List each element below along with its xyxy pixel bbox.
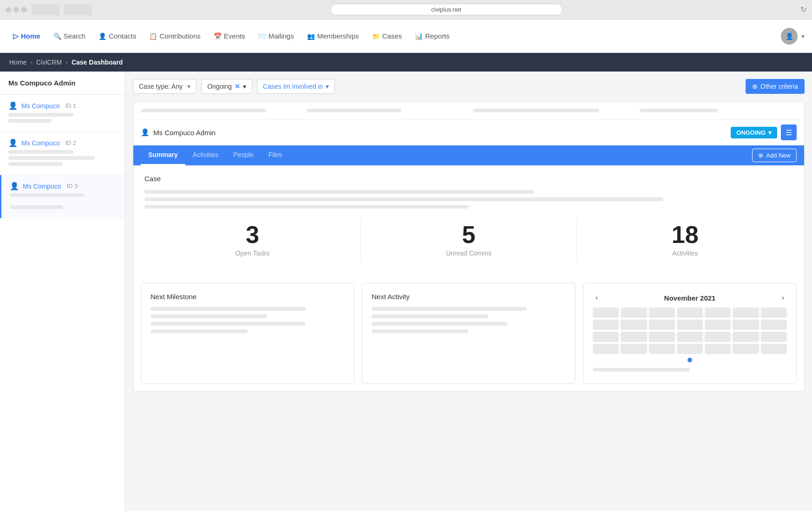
case-title: Case [144, 175, 793, 183]
sidebar-item-1-header: 👤 Ms Compuco ID 1 [8, 101, 117, 110]
sidebar-item-3[interactable]: 👤 Ms Compuco ID 3 [0, 175, 125, 218]
nav-search-label: Search [64, 32, 86, 40]
add-new-label: Add New [766, 152, 791, 159]
sidebar-item-3-id: ID 3 [66, 183, 78, 190]
person-icon-2: 👤 [8, 138, 18, 147]
case-card-header: 👤 Ms Compuco Admin ONGOING ▾ ☰ [133, 120, 804, 145]
skeleton-3b [10, 205, 63, 209]
home-icon: ▷ [13, 32, 19, 40]
browser-reload-button[interactable]: ↻ [800, 5, 806, 14]
case-menu-button[interactable]: ☰ [781, 124, 797, 140]
browser-back[interactable] [32, 4, 59, 15]
mailings-icon: ✉️ [258, 33, 266, 40]
cases-involved-label: Cases Im involved in [263, 83, 323, 90]
contacts-icon: 👤 [98, 33, 106, 40]
case-type-filter[interactable]: Case type: Any ▾ [133, 79, 196, 94]
status-badge[interactable]: ONGOING ▾ [731, 127, 777, 138]
calendar-prev-button[interactable]: ‹ [593, 293, 601, 303]
status-label: ONGOING [736, 129, 766, 136]
sidebar-header: Ms Compuco Admin [0, 72, 125, 95]
breadcrumb-case-dashboard: Case Dashboard [72, 59, 123, 66]
ongoing-filter[interactable]: Ongoing ✕ ▾ [201, 79, 252, 94]
case-owner-icon: 👤 [141, 128, 150, 137]
user-menu-arrow[interactable]: ▾ [801, 33, 805, 40]
filter-bar: Case type: Any ▾ Ongoing ✕ ▾ Cases Im in… [133, 79, 805, 94]
case-card-skeleton-top [133, 102, 804, 120]
add-new-button[interactable]: ⊕ Add New [752, 149, 797, 162]
tab-activities[interactable]: Activities [185, 145, 226, 165]
other-criteria-label: Other criteria [760, 83, 798, 90]
case-type-arrow: ▾ [187, 83, 190, 90]
person-icon-1: 👤 [8, 101, 18, 110]
stat-activities: 18 Activities [577, 218, 793, 262]
other-criteria-button[interactable]: ⊕ Other criteria [746, 79, 805, 94]
nav-events-label: Events [224, 32, 245, 40]
browser-dot-3 [21, 7, 27, 13]
ongoing-label: Ongoing [207, 83, 232, 90]
case-header-actions: ONGOING ▾ ☰ [731, 124, 797, 140]
sidebar-item-1-id: ID 1 [65, 102, 76, 109]
skeleton-2c [8, 162, 63, 166]
nav-memberships[interactable]: 👥 Memberships [301, 28, 365, 44]
sidebar: Ms Compuco Admin 👤 Ms Compuco ID 1 👤 Ms … [0, 72, 125, 511]
skeleton-1b [8, 119, 52, 123]
breadcrumb-sep-1: › [30, 59, 33, 66]
skeleton-2b [8, 156, 95, 160]
nav-contributions[interactable]: 📋 Contributions [144, 28, 206, 44]
skeleton-3a [10, 193, 85, 197]
user-avatar[interactable]: 👤 [781, 28, 798, 45]
nav-events[interactable]: 📅 Events [208, 28, 251, 44]
calendar-dot [688, 358, 692, 362]
sidebar-item-2-name: Ms Compuco [21, 139, 59, 147]
search-icon: 🔍 [53, 33, 61, 40]
stat-unread-comms: 5 Unread Comms [361, 218, 577, 262]
skeleton-2a [8, 150, 73, 154]
calendar-next-button[interactable]: › [779, 293, 787, 303]
calendar-card: ‹ November 2021 › [583, 283, 797, 384]
browser-dots [6, 7, 27, 13]
contributions-icon: 📋 [149, 33, 157, 40]
case-type-label: Case type: Any [139, 83, 183, 90]
browser-url-bar[interactable]: civiplus.net [330, 4, 563, 15]
next-milestone-title: Next Milestone [151, 293, 345, 301]
nav-home-label: Home [21, 32, 40, 40]
activities-label: Activities [577, 249, 793, 257]
sidebar-item-2[interactable]: 👤 Ms Compuco ID 2 [0, 132, 125, 175]
plus-icon: ⊕ [752, 83, 758, 90]
sidebar-item-2-id: ID 2 [65, 139, 76, 146]
cases-icon: 📁 [372, 33, 380, 40]
main-layout: Ms Compuco Admin 👤 Ms Compuco ID 1 👤 Ms … [0, 72, 812, 511]
nav-contributions-label: Contributions [159, 32, 200, 40]
sidebar-item-1-name: Ms Compuco [21, 102, 59, 110]
nav-mailings[interactable]: ✉️ Mailings [253, 28, 300, 44]
events-icon: 📅 [214, 33, 222, 40]
case-stats-row: 3 Open Tasks 5 Unread Comms 18 Activitie… [144, 218, 793, 262]
unread-comms-number: 5 [361, 223, 577, 247]
cases-involved-filter[interactable]: Cases Im involved in ▾ [257, 79, 335, 94]
next-activity-card: Next Activity [362, 283, 576, 384]
browser-chrome: civiplus.net ↻ [0, 0, 812, 20]
case-tabs: Summary Activities People Files ⊕ Add Ne… [133, 145, 804, 165]
tab-summary[interactable]: Summary [141, 145, 185, 165]
next-activity-title: Next Activity [372, 293, 566, 301]
skeleton-1a [8, 113, 73, 117]
nav-search[interactable]: 🔍 Search [48, 28, 92, 44]
ongoing-close-icon[interactable]: ✕ [235, 83, 240, 90]
tab-files[interactable]: Files [261, 145, 290, 165]
nav-contacts[interactable]: 👤 Contacts [93, 28, 142, 44]
tab-people[interactable]: People [226, 145, 261, 165]
breadcrumb-sep-2: › [65, 59, 68, 66]
status-arrow: ▾ [768, 129, 772, 136]
unread-comms-label: Unread Comms [361, 249, 577, 257]
browser-forward[interactable] [64, 4, 92, 15]
calendar-header: ‹ November 2021 › [593, 293, 787, 303]
sidebar-item-3-header: 👤 Ms Compuco ID 3 [10, 182, 117, 190]
breadcrumb-civicrm[interactable]: CiviCRM [36, 59, 62, 66]
calendar-grid [593, 308, 787, 354]
nav-home[interactable]: ▷ Home [7, 28, 46, 44]
nav-reports[interactable]: 📊 Reports [409, 28, 455, 44]
breadcrumb-home[interactable]: Home [9, 59, 26, 66]
open-tasks-number: 3 [144, 223, 360, 247]
nav-cases[interactable]: 📁 Cases [367, 28, 408, 44]
sidebar-item-1[interactable]: 👤 Ms Compuco ID 1 [0, 95, 125, 132]
